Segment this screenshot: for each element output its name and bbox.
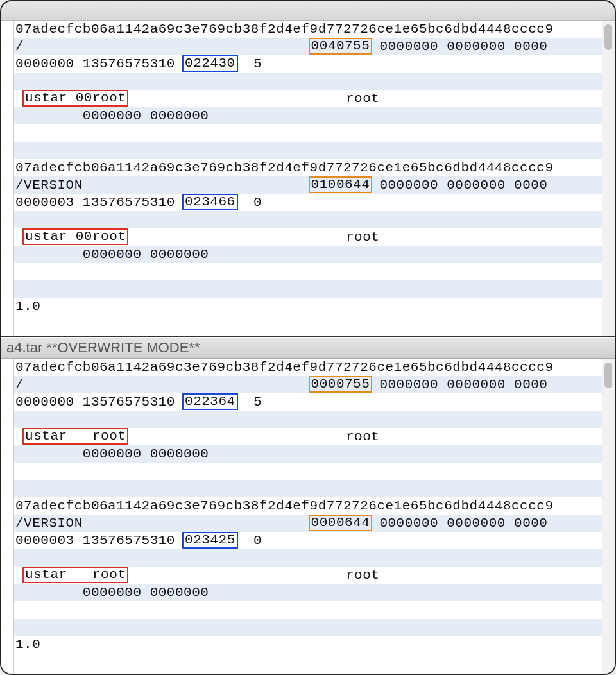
hex-row: 0000000 0000000 xyxy=(14,246,602,263)
hex-row: ustar 00root root xyxy=(14,228,602,246)
highlight-blue: 022364 xyxy=(182,393,238,410)
hex-row: 0000000 13576575310 022364 5 xyxy=(14,393,602,411)
hex-row xyxy=(14,263,602,280)
hex-row xyxy=(14,480,602,497)
hex-row xyxy=(14,619,602,636)
scroll-thumb-top[interactable] xyxy=(604,24,612,50)
hex-row: /VERSION 0000644 0000000 0000000 0000 xyxy=(14,515,602,532)
hex-row: /VERSION 0100644 0000000 0000000 0000 xyxy=(14,176,602,194)
window: 07adecfcb06a1142a69c3e769cb38f2d4ef9d772… xyxy=(0,0,616,675)
hex-row: 07adecfcb06a1142a69c3e769cb38f2d4ef9d772… xyxy=(14,159,602,176)
hex-row: 0000000 0000000 xyxy=(14,445,602,463)
highlight-red: ustar root xyxy=(22,567,128,583)
highlight-red: ustar 00root xyxy=(22,228,128,245)
highlight-red: ustar root xyxy=(22,428,128,445)
hex-row: / 0040755 0000000 0000000 0000 xyxy=(14,38,602,55)
scrollbar-top[interactable] xyxy=(602,21,615,336)
hex-row: 1.0 xyxy=(14,636,602,653)
bottom-pane: 07adecfcb06a1142a69c3e769cb38f2d4ef9d772… xyxy=(1,359,615,674)
hex-row: 07adecfcb06a1142a69c3e769cb38f2d4ef9d772… xyxy=(14,497,602,515)
hex-row: 07adecfcb06a1142a69c3e769cb38f2d4ef9d772… xyxy=(14,21,602,38)
hex-row: / 0000755 0000000 0000000 0000 xyxy=(14,376,602,393)
highlight-blue: 023425 xyxy=(182,532,238,549)
highlight-red: ustar 00root xyxy=(22,90,128,107)
hex-row: ustar 00root root xyxy=(14,90,602,107)
scrollbar-bottom[interactable] xyxy=(602,359,615,674)
top-toolbar xyxy=(1,1,615,21)
highlight-orange: 0000644 xyxy=(309,515,373,531)
highlight-orange: 0000755 xyxy=(309,376,373,393)
hex-row: 1.0 xyxy=(14,298,602,315)
gutter-top xyxy=(1,21,14,336)
hex-row xyxy=(14,463,602,480)
hex-row: 0000003 13576575310 023466 0 xyxy=(14,194,602,211)
hex-row xyxy=(14,73,602,90)
highlight-blue: 022430 xyxy=(182,55,238,72)
scroll-thumb-bottom[interactable] xyxy=(604,363,612,388)
hex-row: 0000003 13576575310 023425 0 xyxy=(14,532,602,549)
hex-row: ustar root root xyxy=(14,567,602,584)
hex-row: ustar root root xyxy=(14,428,602,445)
hex-row xyxy=(14,211,602,228)
hex-row xyxy=(14,142,602,159)
highlight-blue: 023466 xyxy=(182,194,238,210)
bottom-title-text: a4.tar **OVERWRITE MODE** xyxy=(6,339,200,356)
hex-row xyxy=(14,124,602,142)
hex-row: 0000000 0000000 xyxy=(14,107,602,124)
hex-row xyxy=(14,411,602,428)
hex-content-top[interactable]: 07adecfcb06a1142a69c3e769cb38f2d4ef9d772… xyxy=(14,21,602,336)
hex-row xyxy=(14,549,602,567)
highlight-orange: 0100644 xyxy=(309,176,373,193)
hex-row: 07adecfcb06a1142a69c3e769cb38f2d4ef9d772… xyxy=(14,359,602,376)
hex-row xyxy=(14,601,602,619)
top-pane: 07adecfcb06a1142a69c3e769cb38f2d4ef9d772… xyxy=(1,21,615,337)
gutter-bottom xyxy=(1,359,14,674)
hex-row: 0000000 13576575310 022430 5 xyxy=(14,55,602,73)
bottom-titlebar: a4.tar **OVERWRITE MODE** xyxy=(1,337,615,359)
hex-row xyxy=(14,280,602,298)
hex-content-bottom[interactable]: 07adecfcb06a1142a69c3e769cb38f2d4ef9d772… xyxy=(14,359,602,674)
hex-row: 0000000 0000000 xyxy=(14,584,602,601)
highlight-orange: 0040755 xyxy=(309,38,373,55)
